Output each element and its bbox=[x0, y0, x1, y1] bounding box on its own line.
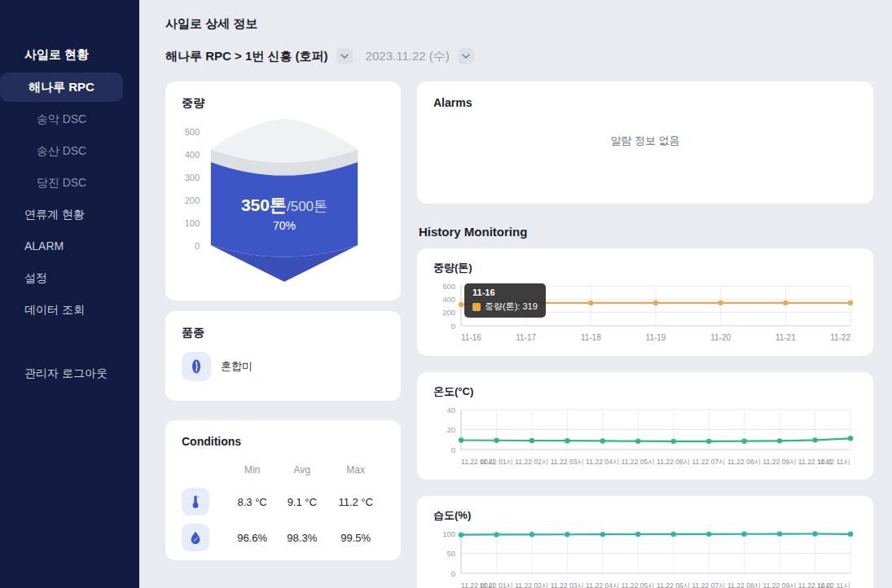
sidebar-item-dangjin-dsc[interactable]: 당진 DSC bbox=[0, 167, 123, 199]
silo-current-value: 350톤 bbox=[241, 195, 287, 214]
sidebar-spacer bbox=[0, 326, 139, 358]
alarms-card-title: Alarms bbox=[433, 96, 857, 109]
sidebar-item-haenaru-rpc[interactable]: 해나루 RPC bbox=[0, 72, 123, 102]
chevron-down-icon bbox=[462, 54, 470, 59]
sidebar-item-admin-logout[interactable]: 관리자 로그아웃 bbox=[0, 358, 139, 389]
svg-text:11.22 01시: 11.22 01시 bbox=[480, 581, 513, 588]
svg-text:0: 0 bbox=[451, 445, 455, 454]
svg-text:11-16: 11-16 bbox=[461, 333, 481, 342]
svg-text:11.22 06시: 11.22 06시 bbox=[657, 581, 690, 588]
silo-scale-tick: 0 bbox=[195, 241, 200, 251]
svg-text:11.22 08시: 11.22 08시 bbox=[727, 581, 761, 588]
svg-text:11-22: 11-22 bbox=[830, 333, 850, 342]
breadcrumb-path: 해나루 RPC > 1번 신흥 (호퍼) bbox=[165, 49, 328, 64]
temp-min-value: 8.3 °C bbox=[227, 484, 277, 520]
breadcrumb-date: 2023.11.22 (수) bbox=[366, 49, 450, 64]
svg-text:50: 50 bbox=[446, 549, 455, 558]
date-select-button[interactable] bbox=[458, 48, 474, 64]
variety-card: 품종 혼합미 bbox=[165, 311, 401, 401]
sidebar-item-settings[interactable]: 설정 bbox=[0, 262, 139, 294]
svg-text:0: 0 bbox=[451, 322, 455, 331]
weight-card-title: 중량 bbox=[182, 96, 384, 111]
svg-text:40: 40 bbox=[446, 406, 455, 415]
sidebar-item-silo-status[interactable]: 사일로 현황 bbox=[0, 42, 139, 67]
svg-text:11.22 03시: 11.22 03시 bbox=[551, 581, 584, 588]
svg-text:20: 20 bbox=[446, 425, 455, 434]
table-row: 96.6% 98.3% 99.5% bbox=[182, 520, 384, 555]
humidity-max-value: 99.5% bbox=[327, 520, 384, 555]
svg-text:11.22 08시: 11.22 08시 bbox=[727, 458, 761, 466]
alarms-empty-text: 알람 정보 없음 bbox=[417, 134, 873, 148]
svg-text:11.22 06시: 11.22 06시 bbox=[657, 458, 690, 466]
breadcrumb: 해나루 RPC > 1번 신흥 (호퍼) 2023.11.22 (수) bbox=[165, 48, 873, 64]
humidity-history-chart-card: 습도(%) 10050011.22 00시11.22 01시11.22 02시1… bbox=[417, 496, 873, 588]
humidity-droplet-icon bbox=[182, 524, 209, 551]
conditions-col-max: Max bbox=[327, 459, 384, 484]
conditions-col-avg: Avg bbox=[277, 459, 327, 484]
conditions-card: Conditions Min Avg Max bbox=[165, 420, 401, 560]
silo-scale-tick: 200 bbox=[185, 195, 200, 205]
svg-text:0: 0 bbox=[451, 569, 455, 578]
silo-scale-tick: 500 bbox=[185, 127, 200, 137]
svg-text:400: 400 bbox=[442, 295, 455, 304]
alarms-card: Alarms 알람 정보 없음 bbox=[417, 81, 873, 204]
silo-capacity-value: /500톤 bbox=[287, 199, 327, 214]
weight-history-chart[interactable]: 11-16 중량(톤): 319 600400200011-1611-1711-… bbox=[433, 280, 857, 349]
silo-gauge: 500 400 300 200 100 0 bbox=[204, 114, 364, 287]
silo-select-button[interactable] bbox=[336, 48, 353, 64]
weight-card: 중량 500 400 300 200 100 0 bbox=[165, 81, 401, 301]
svg-text:11.22 11시: 11.22 11시 bbox=[817, 581, 850, 588]
rice-grain-icon bbox=[182, 352, 211, 381]
main-content: 사일로 상세 정보 해나루 RPC > 1번 신흥 (호퍼) 2023.11.2… bbox=[139, 0, 892, 588]
svg-text:11.22 11시: 11.22 11시 bbox=[817, 458, 850, 466]
svg-text:11.22 04시: 11.22 04시 bbox=[586, 458, 619, 466]
svg-text:11.22 07시: 11.22 07시 bbox=[692, 458, 725, 466]
conditions-card-title: Conditions bbox=[182, 435, 384, 448]
temperature-history-chart[interactable]: 4020011.22 00시11.22 01시11.22 02시11.22 03… bbox=[433, 404, 857, 472]
humidity-min-value: 96.6% bbox=[227, 520, 277, 555]
svg-text:11.22 09시: 11.22 09시 bbox=[762, 458, 796, 466]
svg-text:11.22 05시: 11.22 05시 bbox=[622, 581, 655, 588]
temperature-chart-title: 온도(°C) bbox=[433, 384, 857, 399]
svg-text:11-18: 11-18 bbox=[581, 333, 601, 342]
sidebar-item-songsan-dsc[interactable]: 송산 DSC bbox=[0, 135, 123, 167]
svg-text:11-19: 11-19 bbox=[646, 333, 666, 342]
variety-card-title: 품종 bbox=[182, 326, 384, 340]
temp-avg-value: 9.1 °C bbox=[277, 484, 327, 520]
sidebar-item-data-query[interactable]: 데이터 조회 bbox=[0, 294, 139, 326]
svg-text:11.22 01시: 11.22 01시 bbox=[480, 458, 513, 466]
silo-percent-value: 70% bbox=[204, 219, 364, 232]
silo-scale-tick: 400 bbox=[185, 150, 200, 160]
svg-text:11.22 09시: 11.22 09시 bbox=[762, 581, 796, 588]
temp-max-value: 11.2 °C bbox=[327, 484, 384, 520]
table-row: 8.3 °C 9.1 °C 11.2 °C bbox=[182, 484, 384, 520]
svg-text:11-20: 11-20 bbox=[710, 333, 731, 342]
svg-text:100: 100 bbox=[442, 529, 455, 538]
conditions-table: Min Avg Max bbox=[182, 459, 384, 555]
svg-text:11.22 07시: 11.22 07시 bbox=[692, 581, 725, 588]
svg-text:600: 600 bbox=[442, 282, 455, 291]
svg-text:11.22 02시: 11.22 02시 bbox=[515, 581, 548, 588]
humidity-avg-value: 98.3% bbox=[277, 520, 327, 555]
svg-text:11.22 05시: 11.22 05시 bbox=[622, 458, 655, 466]
humidity-chart-title: 습도(%) bbox=[433, 508, 857, 523]
history-monitoring-title: History Monitoring bbox=[419, 225, 873, 239]
silo-scale-tick: 300 bbox=[185, 173, 200, 182]
page-title: 사일로 상세 정보 bbox=[165, 16, 873, 32]
silo-value-text: 350톤/500톤 70% bbox=[204, 194, 364, 232]
svg-text:11.22 02시: 11.22 02시 bbox=[515, 458, 548, 466]
sidebar-item-alarm[interactable]: ALARM bbox=[0, 230, 139, 262]
variety-value: 혼합미 bbox=[221, 359, 253, 374]
chevron-down-icon bbox=[341, 54, 349, 59]
svg-text:200: 200 bbox=[442, 308, 455, 317]
svg-text:11.22 03시: 11.22 03시 bbox=[551, 458, 584, 466]
thermometer-icon bbox=[182, 488, 209, 516]
svg-text:11-21: 11-21 bbox=[776, 333, 796, 342]
sidebar-item-songak-dsc[interactable]: 송악 DSC bbox=[0, 103, 123, 135]
sidebar-item-flowmeter-status[interactable]: 연류계 현황 bbox=[0, 199, 139, 230]
silo-scale: 500 400 300 200 100 0 bbox=[180, 127, 200, 251]
humidity-history-chart[interactable]: 10050011.22 00시11.22 01시11.22 02시11.22 0… bbox=[433, 528, 857, 588]
weight-history-chart-card: 중량(톤) 11-16 중량(톤): 319 600400200011-1611… bbox=[417, 248, 873, 356]
weight-chart-title: 중량(톤) bbox=[433, 261, 857, 275]
temperature-history-chart-card: 온도(°C) 4020011.22 00시11.22 01시11.22 02시1… bbox=[417, 372, 873, 480]
